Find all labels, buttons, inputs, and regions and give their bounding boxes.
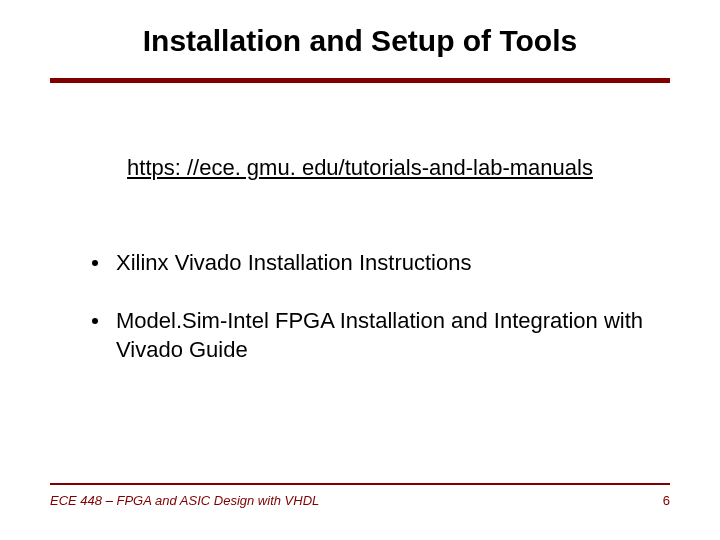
page-number: 6	[663, 493, 670, 508]
footer-divider	[50, 483, 670, 485]
list-item: Model.Sim-Intel FPGA Installation and In…	[92, 306, 652, 365]
list-item-text: Model.Sim-Intel FPGA Installation and In…	[116, 306, 652, 365]
bullet-icon	[92, 318, 98, 324]
list-item-text: Xilinx Vivado Installation Instructions	[116, 248, 471, 278]
manuals-link[interactable]: https: //ece. gmu. edu/tutorials-and-lab…	[0, 155, 720, 181]
title-divider	[50, 78, 670, 83]
slide-title: Installation and Setup of Tools	[0, 24, 720, 58]
list-item: Xilinx Vivado Installation Instructions	[92, 248, 652, 278]
slide: Installation and Setup of Tools https: /…	[0, 0, 720, 540]
bullet-list: Xilinx Vivado Installation Instructions …	[92, 248, 652, 393]
bullet-icon	[92, 260, 98, 266]
footer-text: ECE 448 – FPGA and ASIC Design with VHDL	[50, 493, 319, 508]
